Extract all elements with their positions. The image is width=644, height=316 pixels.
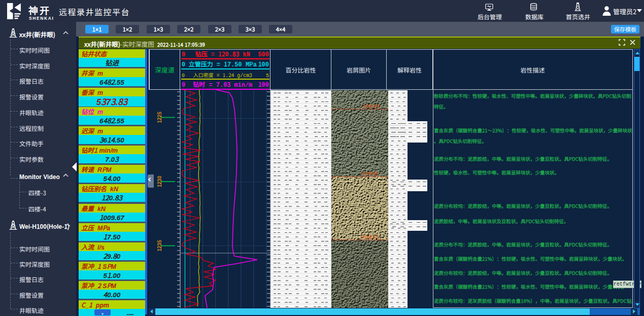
- svg-text:4168.12: 4168.12: [362, 234, 379, 239]
- svg-text:4166.98: 4166.98: [362, 171, 379, 176]
- svg-text:1230: 1230: [157, 175, 162, 187]
- svg-text:1225: 1225: [157, 112, 162, 123]
- svg-text:4165.84: 4165.84: [363, 103, 380, 109]
- svg-text:1235: 1235: [157, 240, 162, 252]
